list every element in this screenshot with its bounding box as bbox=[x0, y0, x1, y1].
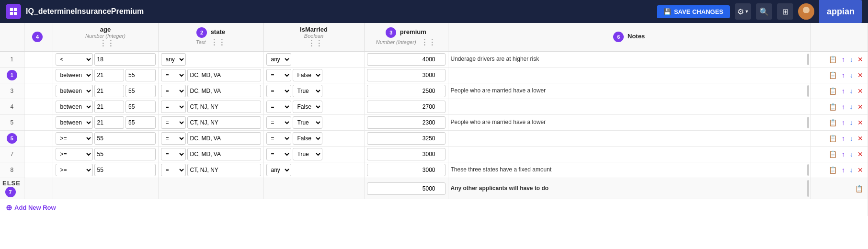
premium-input[interactable] bbox=[367, 132, 445, 145]
notes-scrollbar[interactable] bbox=[807, 85, 809, 97]
move-down-button[interactable]: ↓ bbox=[848, 102, 854, 111]
move-up-button[interactable]: ↑ bbox=[840, 166, 846, 174]
copy-button[interactable]: 📋 bbox=[827, 87, 838, 95]
age-value1-input[interactable] bbox=[94, 85, 125, 97]
avatar[interactable] bbox=[798, 3, 814, 20]
ismarried-val-select[interactable]: TrueFalse bbox=[293, 101, 322, 113]
gear-button[interactable]: ⚙▼ bbox=[735, 3, 751, 20]
move-up-button[interactable]: ↑ bbox=[840, 118, 846, 127]
age-op-select[interactable]: <<==>=>between!= bbox=[56, 148, 93, 160]
state-value-input[interactable] bbox=[187, 116, 261, 129]
age-op-select[interactable]: <<==>=>between!= bbox=[56, 85, 93, 97]
delete-button[interactable]: ✕ bbox=[856, 87, 865, 95]
move-down-button[interactable]: ↓ bbox=[848, 150, 854, 158]
ismarried-op-select[interactable]: any=!= bbox=[266, 53, 291, 66]
age-value2-input[interactable] bbox=[126, 85, 156, 97]
age-op-select[interactable]: <<==>=>between!= bbox=[56, 164, 93, 176]
state-op-select[interactable]: any=!= bbox=[161, 148, 186, 160]
age-value1-input[interactable] bbox=[94, 101, 125, 113]
state-op-select[interactable]: any=!= bbox=[161, 53, 186, 66]
state-op-select[interactable]: any=!= bbox=[161, 116, 186, 129]
move-up-button[interactable]: ↑ bbox=[840, 134, 846, 143]
delete-button[interactable]: ✕ bbox=[856, 118, 865, 127]
save-changes-button[interactable]: 💾 SAVE CHANGES bbox=[657, 5, 730, 18]
state-op-select[interactable]: any=!= bbox=[161, 101, 186, 113]
move-down-button[interactable]: ↓ bbox=[848, 134, 854, 143]
delete-button[interactable]: ✕ bbox=[856, 102, 865, 111]
premium-input[interactable] bbox=[367, 69, 445, 81]
ismarried-op-select[interactable]: any=!= bbox=[266, 132, 291, 145]
age-value2-input[interactable] bbox=[126, 101, 156, 113]
move-up-button[interactable]: ↑ bbox=[840, 102, 846, 111]
ismarried-op-select[interactable]: any=!= bbox=[266, 116, 291, 129]
col-drag-ismarried[interactable]: ⋮⋮ bbox=[308, 39, 323, 47]
premium-input[interactable] bbox=[367, 85, 445, 97]
premium-input[interactable] bbox=[367, 164, 445, 176]
state-value-input[interactable] bbox=[187, 164, 261, 176]
move-up-button[interactable]: ↑ bbox=[840, 71, 846, 79]
ismarried-op-select[interactable]: any=!= bbox=[266, 101, 291, 113]
ismarried-val-select[interactable]: TrueFalse bbox=[293, 85, 322, 97]
premium-input[interactable] bbox=[367, 101, 445, 113]
state-value-input[interactable] bbox=[187, 148, 261, 160]
age-value1-input[interactable] bbox=[94, 116, 125, 129]
ismarried-op-select[interactable]: any=!= bbox=[266, 85, 291, 97]
state-value-input[interactable] bbox=[187, 101, 261, 113]
state-op-select[interactable]: any=!= bbox=[161, 132, 186, 145]
col-drag-age[interactable]: ⋮⋮ bbox=[99, 39, 114, 47]
move-down-button[interactable]: ↓ bbox=[848, 55, 854, 64]
age-op-select[interactable]: <<==>=>between!= bbox=[56, 132, 93, 145]
copy-button[interactable]: 📋 bbox=[827, 134, 838, 143]
grid-button[interactable]: ⊞ bbox=[777, 3, 793, 20]
age-op-select[interactable]: <<==>=>between!= bbox=[56, 69, 93, 81]
move-up-button[interactable]: ↑ bbox=[840, 87, 846, 95]
notes-scrollbar[interactable] bbox=[807, 117, 809, 128]
copy-button[interactable]: 📋 bbox=[827, 71, 838, 79]
copy-button[interactable]: 📋 bbox=[827, 166, 838, 174]
move-up-button[interactable]: ↑ bbox=[840, 150, 846, 158]
state-op-select[interactable]: any=!= bbox=[161, 69, 186, 81]
state-op-select[interactable]: any=!= bbox=[161, 164, 186, 176]
age-op-select[interactable]: <<==>=>between!= bbox=[56, 53, 93, 66]
state-op-select[interactable]: any=!= bbox=[161, 85, 186, 97]
ismarried-val-select[interactable]: TrueFalse bbox=[293, 116, 322, 129]
age-value-input[interactable] bbox=[94, 53, 156, 66]
else-notes-scrollbar[interactable] bbox=[807, 180, 809, 197]
copy-button[interactable]: 📋 bbox=[827, 118, 838, 127]
age-value-input[interactable] bbox=[94, 132, 156, 145]
ismarried-val-select[interactable]: TrueFalse bbox=[293, 132, 322, 145]
move-down-button[interactable]: ↓ bbox=[848, 118, 854, 127]
col-drag-state[interactable]: ⋮⋮ bbox=[210, 38, 226, 46]
search-button[interactable]: 🔍 bbox=[756, 3, 772, 20]
state-value-input[interactable] bbox=[187, 132, 261, 145]
ismarried-op-select[interactable]: any=!= bbox=[266, 69, 291, 81]
notes-scrollbar[interactable] bbox=[807, 54, 809, 65]
premium-input[interactable] bbox=[367, 148, 445, 160]
ismarried-op-select[interactable]: any=!= bbox=[266, 164, 291, 176]
age-value1-input[interactable] bbox=[94, 69, 125, 81]
premium-input[interactable] bbox=[367, 116, 445, 129]
add-new-row-button[interactable]: ⊕ Add New Row bbox=[6, 203, 56, 212]
delete-button[interactable]: ✕ bbox=[856, 166, 865, 174]
age-value-input[interactable] bbox=[94, 164, 156, 176]
state-value-input[interactable] bbox=[187, 69, 261, 81]
age-value2-input[interactable] bbox=[126, 116, 156, 129]
else-premium-input[interactable] bbox=[367, 182, 445, 195]
delete-button[interactable]: ✕ bbox=[856, 150, 865, 158]
move-down-button[interactable]: ↓ bbox=[848, 71, 854, 79]
delete-button[interactable]: ✕ bbox=[856, 55, 865, 64]
delete-button[interactable]: ✕ bbox=[856, 134, 865, 143]
age-op-select[interactable]: <<==>=>between!= bbox=[56, 116, 93, 129]
ismarried-val-select[interactable]: TrueFalse bbox=[293, 69, 322, 81]
delete-button[interactable]: ✕ bbox=[856, 71, 865, 79]
col-drag-premium[interactable]: ⋮⋮ bbox=[421, 38, 436, 46]
copy-button[interactable]: 📋 bbox=[827, 102, 838, 111]
copy-button[interactable]: 📋 bbox=[827, 150, 838, 158]
age-value-input[interactable] bbox=[94, 148, 156, 160]
else-copy-button[interactable]: 📋 bbox=[854, 184, 865, 193]
premium-input[interactable] bbox=[367, 53, 445, 66]
notes-scrollbar[interactable] bbox=[807, 164, 809, 176]
move-down-button[interactable]: ↓ bbox=[848, 166, 854, 174]
state-value-input[interactable] bbox=[187, 85, 261, 97]
move-up-button[interactable]: ↑ bbox=[840, 55, 846, 64]
